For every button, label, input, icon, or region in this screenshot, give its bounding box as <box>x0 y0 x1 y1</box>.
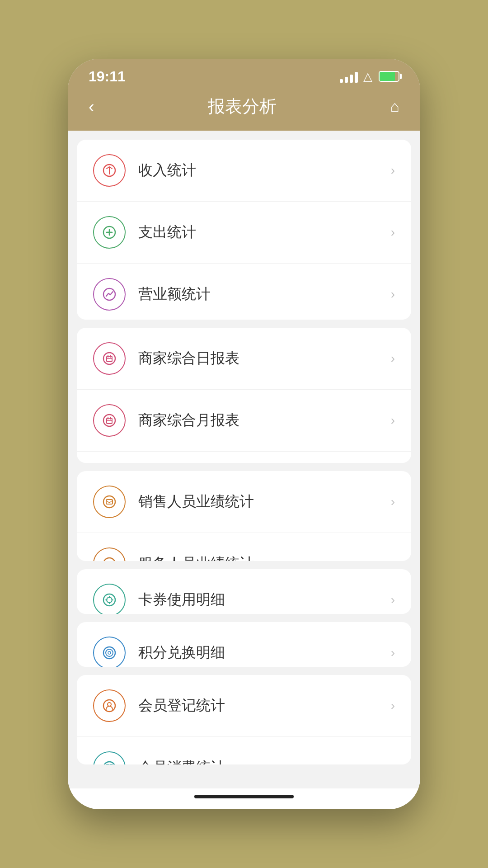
content: 收入统计 › 支出统计 › <box>68 131 420 788</box>
chevron-icon: › <box>391 413 395 428</box>
income-label: 收入统计 <box>138 160 386 180</box>
monthly-label: 商家综合月报表 <box>138 410 386 430</box>
wifi-icon: △ <box>363 70 372 84</box>
svg-point-32 <box>106 649 113 656</box>
svg-rect-22 <box>106 500 113 504</box>
svg-point-35 <box>108 703 111 706</box>
revenue-icon <box>93 278 126 311</box>
menu-item-revenue[interactable]: 营业额统计 › <box>77 264 411 320</box>
chevron-icon: › <box>391 163 395 178</box>
header: ‹ 报表分析 ⌂ <box>68 90 420 131</box>
page-title: 报表分析 <box>208 95 277 118</box>
menu-item-daily[interactable]: 商家综合日报表 › <box>77 328 411 390</box>
card-group3: 销售人员业绩统计 › 服务人员业绩统计 › <box>77 471 411 561</box>
status-bar: 19:11 △ <box>68 59 420 90</box>
member-reg-icon <box>93 689 126 722</box>
back-button[interactable]: ‹ <box>89 98 94 115</box>
chevron-icon: › <box>391 557 395 561</box>
service-staff-label: 服务人员业绩统计 <box>138 554 386 561</box>
chevron-icon: › <box>391 225 395 240</box>
menu-item-expense[interactable]: 支出统计 › <box>77 202 411 264</box>
menu-item-member-consume[interactable]: 会员消费统计 › <box>77 737 411 765</box>
svg-rect-37 <box>106 764 109 765</box>
member-consume-label: 会员消费统计 <box>138 758 386 765</box>
svg-rect-38 <box>110 764 113 765</box>
menu-item-income[interactable]: 收入统计 › <box>77 140 411 202</box>
chevron-icon: › <box>391 495 395 509</box>
points-label: 积分兑换明细 <box>138 643 386 663</box>
member-consume-icon <box>93 751 126 765</box>
chevron-icon: › <box>391 593 395 607</box>
menu-item-monthly[interactable]: 商家综合月报表 › <box>77 390 411 452</box>
svg-point-23 <box>103 558 115 561</box>
menu-item-points[interactable]: 积分兑换明细 › <box>77 622 411 667</box>
revenue-label: 营业额统计 <box>138 284 386 304</box>
expense-icon <box>93 216 126 249</box>
sales-staff-label: 销售人员业绩统计 <box>138 492 386 512</box>
daily-icon <box>93 342 126 375</box>
monthly-icon <box>93 404 126 437</box>
signal-icon <box>340 70 358 83</box>
card-group2: 商家综合日报表 › 商家综合月报表 › <box>77 328 411 463</box>
chevron-icon: › <box>391 351 395 366</box>
svg-point-25 <box>103 594 115 606</box>
chevron-icon: › <box>391 698 395 713</box>
svg-point-31 <box>103 647 115 659</box>
sales-staff-icon <box>93 486 126 518</box>
home-button[interactable]: ⌂ <box>390 98 399 115</box>
phone-frame: 19:11 △ ‹ 报表分析 ⌂ <box>68 59 420 809</box>
member-reg-label: 会员登记统计 <box>138 696 386 716</box>
daily-label: 商家综合日报表 <box>138 349 386 368</box>
card-group6: 会员登记统计 › 会员消费统计 › <box>77 675 411 765</box>
menu-item-member-vs-guest[interactable]: 会员/散客消费对比 › <box>77 452 411 463</box>
svg-rect-12 <box>107 418 112 424</box>
battery-icon <box>379 71 399 82</box>
card-group1: 收入统计 › 支出统计 › <box>77 140 411 320</box>
menu-item-member-reg[interactable]: 会员登记统计 › <box>77 675 411 737</box>
card-group5: 积分兑换明细 › <box>77 622 411 667</box>
home-bar <box>68 788 420 809</box>
svg-point-33 <box>108 651 111 654</box>
status-icons: △ <box>340 70 399 84</box>
expense-label: 支出统计 <box>138 222 386 242</box>
chevron-icon: › <box>391 646 395 660</box>
income-icon <box>93 154 126 187</box>
points-icon <box>93 637 126 667</box>
status-time: 19:11 <box>89 68 126 85</box>
svg-point-21 <box>103 496 115 508</box>
svg-rect-7 <box>107 356 112 362</box>
chevron-icon: › <box>391 760 395 765</box>
menu-item-service-staff[interactable]: 服务人员业绩统计 › <box>77 533 411 561</box>
card-group4: 卡券使用明细 › <box>77 569 411 614</box>
chevron-icon: › <box>391 287 395 302</box>
home-indicator <box>194 795 294 798</box>
service-staff-icon <box>93 547 126 561</box>
menu-item-card-voucher[interactable]: 卡券使用明细 › <box>77 569 411 614</box>
menu-item-sales-staff[interactable]: 销售人员业绩统计 › <box>77 471 411 533</box>
card-voucher-icon <box>93 584 126 614</box>
card-voucher-label: 卡券使用明细 <box>138 590 386 610</box>
svg-point-36 <box>103 762 115 765</box>
